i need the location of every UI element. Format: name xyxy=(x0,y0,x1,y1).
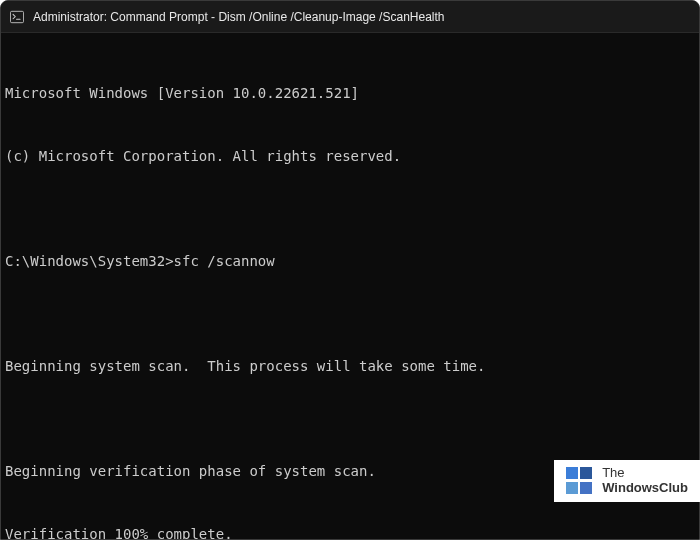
window-title: Administrator: Command Prompt - Dism /On… xyxy=(33,10,445,24)
watermark: The WindowsClub xyxy=(554,460,700,502)
command-prompt-window: Administrator: Command Prompt - Dism /On… xyxy=(0,0,700,540)
terminal-line: (c) Microsoft Corporation. All rights re… xyxy=(5,146,695,167)
terminal-line: Verification 100% complete. xyxy=(5,524,695,540)
window-titlebar[interactable]: Administrator: Command Prompt - Dism /On… xyxy=(1,1,699,33)
watermark-text: The WindowsClub xyxy=(602,466,688,496)
watermark-line1: The xyxy=(602,466,688,481)
terminal-line: Microsoft Windows [Version 10.0.22621.52… xyxy=(5,83,695,104)
terminal-line: C:\Windows\System32>sfc /scannow xyxy=(5,251,695,272)
svg-rect-0 xyxy=(10,11,23,22)
command-prompt-icon xyxy=(9,9,25,25)
watermark-line2: WindowsClub xyxy=(602,481,688,496)
terminal-line: Beginning system scan. This process will… xyxy=(5,356,695,377)
windowsclub-logo-icon xyxy=(566,467,594,495)
